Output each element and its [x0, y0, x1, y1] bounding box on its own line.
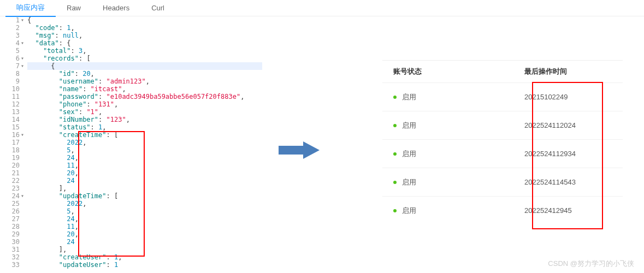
- cell-time: 2022524112024: [524, 121, 623, 129]
- cell-status: 启用: [382, 177, 524, 187]
- code-line[interactable]: "phone": "131",: [27, 100, 262, 108]
- status-dot-icon: [393, 181, 397, 184]
- line-number: 12: [0, 100, 20, 108]
- line-number: 13: [0, 108, 20, 116]
- cell-time: 2022524114543: [524, 178, 623, 186]
- line-number: 24▾: [0, 192, 20, 200]
- svg-marker-0: [279, 141, 320, 159]
- line-number: 32: [0, 253, 20, 261]
- code-line[interactable]: "createTime": [: [27, 131, 262, 139]
- code-line[interactable]: "code": 1,: [27, 24, 262, 32]
- cell-status: 启用: [382, 149, 524, 159]
- line-number: 25: [0, 200, 20, 207]
- code-line[interactable]: 20,: [27, 230, 262, 238]
- line-number: 31: [0, 246, 20, 253]
- table-row: 启用202252412945: [382, 196, 623, 224]
- line-number: 9: [0, 78, 20, 85]
- code-line[interactable]: "name": "itcast",: [27, 85, 262, 93]
- status-text: 启用: [402, 177, 416, 187]
- line-number: 20: [0, 162, 20, 169]
- code-line[interactable]: "id": 20,: [27, 70, 262, 78]
- result-table: 账号状态 最后操作时间 启用20215102249启用2022524112024…: [382, 60, 623, 224]
- line-number: 2: [0, 24, 20, 32]
- line-number: 14: [0, 116, 20, 123]
- header-time: 最后操作时间: [524, 67, 623, 76]
- code-line[interactable]: "idNumber": "123",: [27, 116, 262, 123]
- line-number: 18: [0, 146, 20, 154]
- code-line[interactable]: 2022,: [27, 139, 262, 146]
- arrow-icon: [279, 139, 322, 163]
- code-line[interactable]: "status": 1,: [27, 123, 262, 131]
- tab-headers[interactable]: Headers: [92, 1, 140, 15]
- line-number: 4▾: [0, 39, 20, 47]
- status-dot-icon: [393, 124, 397, 127]
- watermark: CSDN @努力学习的小飞侠: [548, 259, 634, 269]
- line-number: 11: [0, 93, 20, 100]
- code-line[interactable]: 2022,: [27, 200, 262, 207]
- code-line[interactable]: "sex": "1",: [27, 108, 262, 116]
- line-number: 1▾: [0, 16, 20, 24]
- code-line[interactable]: 24: [27, 238, 262, 246]
- code-line[interactable]: 20,: [27, 169, 262, 177]
- code-line[interactable]: {: [27, 16, 262, 24]
- line-number: 15: [0, 123, 20, 131]
- code-line[interactable]: ],: [27, 246, 262, 253]
- code-line[interactable]: "records": [: [27, 55, 262, 62]
- table-row: 启用20215102249: [382, 82, 623, 111]
- fold-icon[interactable]: ▾: [21, 39, 24, 47]
- line-number: 16▾: [0, 131, 20, 139]
- code-line[interactable]: 24,: [27, 154, 262, 162]
- line-number: 33: [0, 261, 20, 269]
- table-row: 启用2022524114543: [382, 168, 623, 196]
- code-line[interactable]: "data": {: [27, 39, 262, 47]
- fold-icon[interactable]: ▾: [21, 62, 24, 70]
- status-dot-icon: [393, 209, 397, 212]
- code-line[interactable]: 24: [27, 177, 262, 185]
- status-text: 启用: [402, 149, 416, 159]
- fold-icon[interactable]: ▾: [21, 131, 24, 139]
- table-row: 启用2022524112024: [382, 111, 623, 139]
- cell-status: 启用: [382, 206, 524, 216]
- line-number: 3: [0, 32, 20, 39]
- fold-icon[interactable]: ▾: [21, 55, 24, 62]
- code-line[interactable]: 5,: [27, 146, 262, 154]
- code-line[interactable]: "password": "e10adc3949ba59abbe56e057f20…: [27, 93, 262, 100]
- cell-time: 2022524112934: [524, 150, 623, 158]
- line-number: 28: [0, 223, 20, 230]
- line-number: 27: [0, 215, 20, 223]
- json-editor[interactable]: 1▾234▾56▾7▾8910111213141516▾171819202122…: [0, 16, 262, 269]
- fold-icon[interactable]: ▾: [21, 16, 24, 24]
- code-line[interactable]: 11,: [27, 223, 262, 230]
- code-line[interactable]: {: [27, 62, 262, 70]
- code-line[interactable]: 24,: [27, 215, 262, 223]
- line-number: 8: [0, 70, 20, 78]
- code-line[interactable]: "createUser": 1,: [27, 253, 262, 261]
- line-number: 17: [0, 139, 20, 146]
- code-line[interactable]: ],: [27, 185, 262, 192]
- code-line[interactable]: 11,: [27, 162, 262, 169]
- tab-curl[interactable]: Curl: [140, 1, 175, 15]
- line-number: 5: [0, 47, 20, 55]
- tab-raw[interactable]: Raw: [56, 1, 92, 15]
- code-line[interactable]: "msg": null,: [27, 32, 262, 39]
- line-number: 21: [0, 169, 20, 177]
- code-line[interactable]: 5,: [27, 207, 262, 215]
- tabs-bar: 响应内容 Raw Headers Curl: [0, 0, 644, 16]
- header-status: 账号状态: [382, 67, 524, 76]
- line-number: 19: [0, 154, 20, 162]
- line-number: 30: [0, 238, 20, 246]
- line-number: 23: [0, 185, 20, 192]
- fold-icon[interactable]: ▾: [21, 192, 24, 200]
- code-line[interactable]: "updateUser": 1: [27, 261, 262, 269]
- code-line[interactable]: "username": "admin123",: [27, 78, 262, 85]
- tab-response[interactable]: 响应内容: [5, 0, 56, 17]
- cell-status: 启用: [382, 121, 524, 130]
- status-text: 启用: [402, 121, 416, 130]
- line-number: 7▾: [0, 62, 20, 70]
- cell-time: 20215102249: [524, 93, 623, 101]
- code-line[interactable]: "total": 3,: [27, 47, 262, 55]
- line-number: 26: [0, 207, 20, 215]
- code-line[interactable]: "updateTime": [: [27, 192, 262, 200]
- status-dot-icon: [393, 152, 397, 156]
- line-number: 10: [0, 85, 20, 93]
